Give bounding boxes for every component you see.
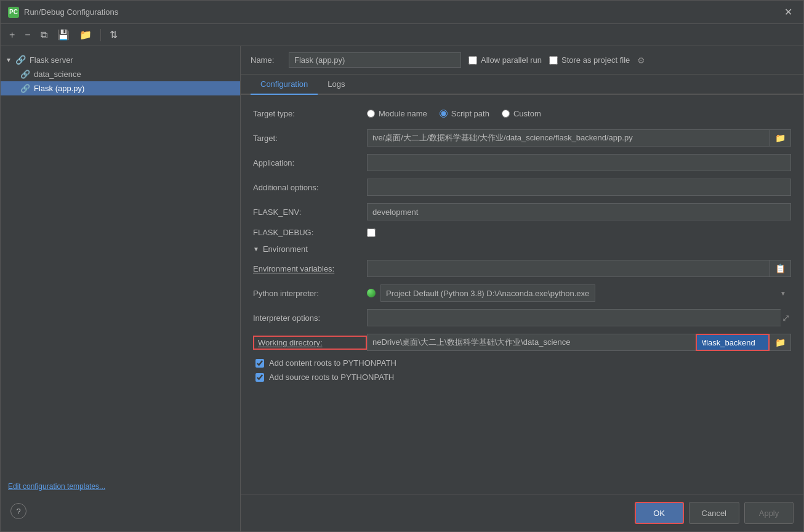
working-directory-label: Working directory: <box>253 336 367 350</box>
tabs: Configuration Logs <box>241 75 803 95</box>
close-button[interactable]: ✕ <box>781 5 796 19</box>
module-name-radio[interactable] <box>367 110 375 118</box>
python-interpreter-label: Python interpreter: <box>253 289 367 298</box>
help-button[interactable]: ? <box>10 503 26 519</box>
app-icon: PC <box>8 7 19 18</box>
ok-button[interactable]: OK <box>635 502 684 524</box>
env-vars-input-wrapper: 📋 <box>367 260 791 277</box>
name-bar: Name: Allow parallel run Store as projec… <box>241 46 803 75</box>
add-content-roots-label: Add content roots to PYTHONPATH <box>269 358 396 368</box>
flask-env-row: FLASK_ENV: <box>253 203 791 220</box>
sidebar-item-flask-app[interactable]: 🔗 Flask (app.py) <box>1 81 240 95</box>
interpreter-options-input[interactable] <box>367 309 781 326</box>
additional-options-row: Additional options: <box>253 179 791 196</box>
target-row: Target: 📁 <box>253 129 791 147</box>
target-browse-button[interactable]: 📁 <box>770 129 791 147</box>
application-row: Application: <box>253 154 791 171</box>
working-directory-row: Working directory: \flask_backend 📁 <box>253 334 791 351</box>
application-label: Application: <box>253 158 367 167</box>
open-folder-button[interactable]: 📁 <box>76 27 95 42</box>
interpreter-options-label: Interpreter options: <box>253 313 367 323</box>
sidebar-group-flask: ▼ 🔗 Flask server 🔗 data_science 🔗 Flask … <box>1 51 240 97</box>
sidebar-group-header[interactable]: ▼ 🔗 Flask server <box>1 52 240 67</box>
interpreter-options-row: Interpreter options: ⤢ <box>253 309 791 326</box>
main-content: ▼ 🔗 Flask server 🔗 data_science 🔗 Flask … <box>1 46 803 531</box>
toolbar-separator <box>100 29 101 41</box>
remove-config-button[interactable]: − <box>21 28 34 42</box>
flask-env-label: FLASK_ENV: <box>253 208 367 217</box>
interpreter-row: Project Default (Python 3.8) D:\Anaconda… <box>367 284 791 302</box>
tab-logs[interactable]: Logs <box>318 75 355 95</box>
tab-configuration[interactable]: Configuration <box>251 75 318 95</box>
working-dir-end-value: \flask_backend <box>696 334 770 351</box>
additional-options-label: Additional options: <box>253 183 367 192</box>
sort-button[interactable]: ⇅ <box>106 27 121 42</box>
interpreter-expand-button[interactable]: ⤢ <box>781 309 791 326</box>
sidebar-group-label: Flask server <box>30 55 73 65</box>
env-vars-row: Environment variables: 📋 <box>253 260 791 277</box>
target-type-row: Target type: Module name Script path <box>253 105 791 122</box>
target-input[interactable] <box>367 129 770 147</box>
add-config-button[interactable]: + <box>6 28 18 42</box>
title-bar: PC Run/Debug Configurations ✕ <box>1 1 803 24</box>
name-input[interactable] <box>289 52 461 68</box>
environment-section-header[interactable]: ▼ Environment <box>253 244 791 254</box>
allow-parallel-label[interactable]: Allow parallel run <box>468 55 542 65</box>
flask-debug-checkbox[interactable] <box>367 228 376 237</box>
interpreter-select-wrapper: Project Default (Python 3.8) D:\Anaconda… <box>380 284 791 302</box>
flask-icon: 🔗 <box>15 55 26 65</box>
application-input[interactable] <box>367 154 791 171</box>
additional-options-input[interactable] <box>367 179 791 196</box>
interpreter-status-icon <box>367 289 376 297</box>
store-as-project-label[interactable]: Store as project file <box>549 55 630 65</box>
edit-config-templates-link[interactable]: Edit configuration templates... <box>1 477 240 496</box>
target-type-label: Target type: <box>253 109 367 118</box>
custom-radio[interactable] <box>502 110 510 118</box>
add-content-roots-row: Add content roots to PYTHONPATH <box>253 358 791 368</box>
module-name-radio-label[interactable]: Module name <box>367 109 427 118</box>
add-source-roots-checkbox[interactable] <box>255 373 264 382</box>
gear-icon[interactable]: ⚙ <box>637 55 645 65</box>
save-config-button[interactable]: 💾 <box>54 27 73 42</box>
env-vars-input[interactable] <box>367 260 770 277</box>
working-dir-browse-button[interactable]: 📁 <box>770 334 791 351</box>
env-vars-label: Environment variables: <box>253 264 367 273</box>
store-as-project-checkbox[interactable] <box>549 56 558 65</box>
bottom-bar: OK Cancel Apply <box>241 494 803 531</box>
allow-parallel-checkbox[interactable] <box>468 56 477 65</box>
flask-debug-label: FLASK_DEBUG: <box>253 228 367 237</box>
sidebar: ▼ 🔗 Flask server 🔗 data_science 🔗 Flask … <box>1 46 241 531</box>
add-source-roots-row: Add source roots to PYTHONPATH <box>253 373 791 382</box>
target-input-wrapper: 📁 <box>367 129 791 147</box>
chevron-down-icon: ▼ <box>6 57 12 63</box>
add-source-roots-label: Add source roots to PYTHONPATH <box>269 373 394 382</box>
toolbar: + − ⧉ 💾 📁 ⇅ <box>1 24 803 46</box>
environment-chevron-icon: ▼ <box>253 246 259 252</box>
environment-label: Environment <box>263 244 308 254</box>
working-directory-input[interactable] <box>367 334 696 351</box>
apply-button[interactable]: Apply <box>744 502 794 524</box>
copy-config-button[interactable]: ⧉ <box>37 28 51 42</box>
script-path-radio-label[interactable]: Script path <box>440 109 489 118</box>
working-dir-input-wrapper: \flask_backend 📁 <box>367 334 791 351</box>
flask-app-icon: 🔗 <box>20 84 30 93</box>
dialog-title: Run/Debug Configurations <box>24 7 781 17</box>
env-vars-edit-button[interactable]: 📋 <box>770 260 791 277</box>
config-body: Target type: Module name Script path <box>241 95 803 494</box>
interpreter-options-input-wrapper: ⤢ <box>367 309 791 326</box>
interpreter-select[interactable]: Project Default (Python 3.8) D:\Anaconda… <box>380 284 595 302</box>
sidebar-item-data-science[interactable]: 🔗 data_science <box>1 67 240 81</box>
target-type-radio-group: Module name Script path Custom <box>367 109 541 118</box>
cancel-button[interactable]: Cancel <box>689 502 739 524</box>
target-label: Target: <box>253 134 367 143</box>
python-interpreter-row: Python interpreter: Project Default (Pyt… <box>253 284 791 302</box>
dialog-container: PC Run/Debug Configurations ✕ + − ⧉ 💾 📁 … <box>0 0 804 532</box>
script-path-radio[interactable] <box>440 110 448 118</box>
flask-env-input[interactable] <box>367 203 791 220</box>
add-content-roots-checkbox[interactable] <box>255 359 264 368</box>
python-icon: 🔗 <box>20 70 30 79</box>
sidebar-item-flask-app-label: Flask (app.py) <box>34 84 84 93</box>
right-panel: Name: Allow parallel run Store as projec… <box>241 46 803 531</box>
custom-radio-label[interactable]: Custom <box>502 109 541 118</box>
sidebar-item-data-science-label: data_science <box>34 70 81 79</box>
